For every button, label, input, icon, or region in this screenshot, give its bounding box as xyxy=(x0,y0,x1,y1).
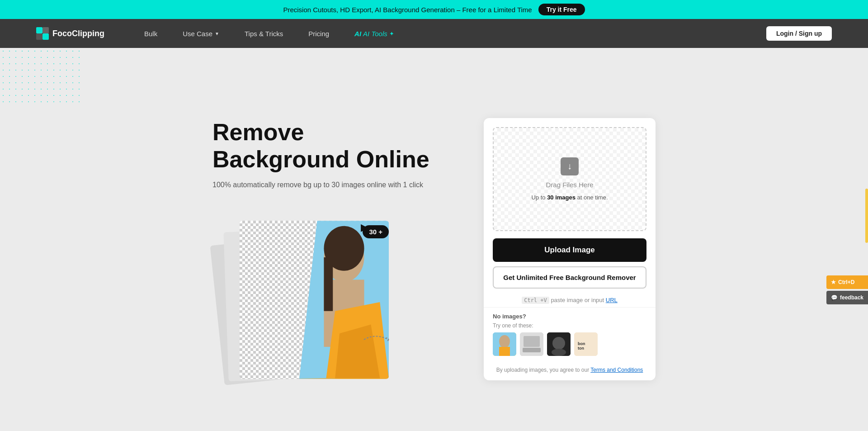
feedback-button[interactable]: 💬 feedback xyxy=(826,291,868,304)
logo-icon xyxy=(36,27,49,40)
svg-rect-15 xyxy=(524,336,540,347)
svg-point-18 xyxy=(552,337,565,350)
svg-rect-0 xyxy=(36,27,42,33)
navbar: FocoClipping Bulk Use Case ▼ Tips & Tric… xyxy=(0,19,868,48)
sample-section: No images? Try one of these: xyxy=(484,307,656,365)
main-section: Remove Background Online 100% automatica… xyxy=(0,48,868,431)
banner-text: Precision Cutouts, HD Export, AI Backgro… xyxy=(283,6,532,14)
svg-rect-16 xyxy=(523,348,541,352)
try-one-text: Try one of these: xyxy=(493,322,646,329)
decorative-corner xyxy=(0,48,90,111)
paste-hint-text: paste image or input xyxy=(551,297,605,303)
svg-rect-1 xyxy=(42,33,49,40)
star-icon: ★ xyxy=(831,279,836,285)
ai-icon: AI xyxy=(354,30,361,38)
scroll-indicator[interactable] xyxy=(865,189,868,243)
image-stack: 30 + ▶ xyxy=(212,207,402,379)
drop-zone-checker xyxy=(494,128,646,230)
banner-cta-button[interactable]: Try it Free xyxy=(538,4,585,15)
terms-text: By uploading images, you agree to our Te… xyxy=(484,365,656,380)
nav-links: Bulk Use Case ▼ Tips & Tricks Pricing AI… xyxy=(132,19,766,48)
top-banner: Precision Cutouts, HD Export, AI Backgro… xyxy=(0,0,868,19)
sample-image-4[interactable]: bon ton xyxy=(574,332,598,356)
stack-card-main xyxy=(240,221,389,379)
image-limit-text: Up to 30 images at one time. xyxy=(531,194,608,201)
nav-bulk[interactable]: Bulk xyxy=(132,19,170,48)
terms-link[interactable]: Terms and Conditions xyxy=(590,367,643,373)
svg-rect-13 xyxy=(499,347,510,356)
sample-image-1[interactable] xyxy=(493,332,516,356)
side-buttons: ★ Ctrl+D 💬 feedback xyxy=(826,275,868,304)
svg-point-19 xyxy=(552,349,566,356)
sample-image-3[interactable] xyxy=(547,332,571,356)
left-content: Remove Background Online 100% automatica… xyxy=(212,119,448,379)
nav-ai-tools[interactable]: AI AI Tools ✦ xyxy=(342,19,407,48)
svg-rect-3 xyxy=(36,33,42,40)
hero-subtitle: 100% automatically remove bg up to 30 im… xyxy=(212,181,448,189)
keyboard-shortcut: Ctrl +V xyxy=(522,297,549,304)
sample-image-2[interactable] xyxy=(520,332,543,356)
hero-title: Remove Background Online xyxy=(212,119,448,173)
unlimited-remover-button[interactable]: Get Unlimited Free Background Remover xyxy=(493,266,646,289)
nav-tips-tricks[interactable]: Tips & Tricks xyxy=(232,19,296,48)
cursor-icon: ▶ xyxy=(361,222,368,233)
bookmark-button[interactable]: ★ Ctrl+D xyxy=(826,275,868,289)
panel-actions: Upload Image Get Unlimited Free Backgrou… xyxy=(484,231,656,293)
login-button[interactable]: Login / Sign up xyxy=(766,26,832,41)
svg-text:ton: ton xyxy=(578,346,584,350)
svg-point-12 xyxy=(499,335,510,348)
drop-zone[interactable]: ↓ Drag Files Here Up to 30 images at one… xyxy=(493,127,646,231)
nav-pricing[interactable]: Pricing xyxy=(296,19,342,48)
drag-files-text: Drag Files Here xyxy=(546,181,593,189)
no-images-label: No images? xyxy=(493,313,646,320)
svg-rect-10 xyxy=(324,257,333,311)
paste-hint: Ctrl +V paste image or input URL xyxy=(484,293,656,307)
logo-text: FocoClipping xyxy=(52,29,104,38)
upload-image-button[interactable]: Upload Image xyxy=(493,238,646,262)
download-icon: ↓ xyxy=(561,157,579,175)
logo[interactable]: FocoClipping xyxy=(36,27,104,40)
nav-use-case[interactable]: Use Case ▼ xyxy=(170,19,232,48)
dashed-arrow-icon xyxy=(362,331,398,352)
chat-icon: 💬 xyxy=(831,294,838,301)
star-icon: ✦ xyxy=(389,30,394,37)
dots-pattern xyxy=(0,48,81,107)
upload-panel: ↓ Drag Files Here Up to 30 images at one… xyxy=(484,118,656,380)
url-link[interactable]: URL xyxy=(606,297,618,303)
chevron-down-icon: ▼ xyxy=(215,31,219,36)
svg-rect-2 xyxy=(42,27,49,33)
sample-images-row: bon ton xyxy=(493,332,646,356)
svg-text:bon: bon xyxy=(578,341,585,346)
